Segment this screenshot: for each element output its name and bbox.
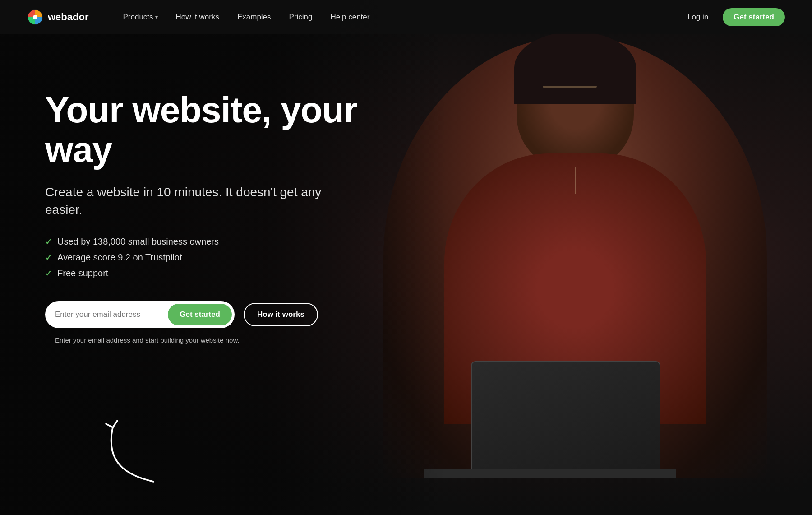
arrow-decoration <box>90 414 171 488</box>
nav-examples[interactable]: Examples <box>230 9 278 25</box>
feature-list: ✓ Used by 138,000 small business owners … <box>45 237 406 278</box>
email-input-wrapper: Get started <box>45 301 235 328</box>
products-dropdown-icon: ▾ <box>155 14 158 20</box>
list-item: ✓ Used by 138,000 small business owners <box>45 237 406 247</box>
hero-content: Your website, your way Create a website … <box>45 90 406 344</box>
check-icon-2: ✓ <box>45 253 52 263</box>
check-icon-1: ✓ <box>45 237 52 247</box>
logo-text: webador <box>48 11 88 23</box>
login-button[interactable]: Log in <box>682 9 714 25</box>
list-item: ✓ Free support <box>45 268 406 278</box>
list-item: ✓ Average score 9.2 on Trustpilot <box>45 252 406 263</box>
nav-get-started-button[interactable]: Get started <box>723 8 785 26</box>
hint-text: Enter your email address and start build… <box>55 336 406 344</box>
nav-links: Products ▾ How it works Examples Pricing… <box>115 9 682 25</box>
check-icon-3: ✓ <box>45 269 52 278</box>
hero-subtitle: Create a website in 10 minutes. It doesn… <box>45 183 352 218</box>
logo-icon <box>27 9 43 25</box>
nav-how-it-works[interactable]: How it works <box>169 9 226 25</box>
cta-row: Get started How it works <box>45 301 406 328</box>
nav-right-actions: Log in Get started <box>682 8 785 26</box>
nav-products[interactable]: Products ▾ <box>115 9 165 25</box>
email-input[interactable] <box>55 310 168 319</box>
navbar: webador Products ▾ How it works Examples… <box>0 0 812 34</box>
hero-title: Your website, your way <box>45 90 406 170</box>
curved-arrow-icon <box>90 414 171 486</box>
nav-pricing[interactable]: Pricing <box>282 9 320 25</box>
svg-point-1 <box>33 15 37 19</box>
nav-help-center[interactable]: Help center <box>323 9 377 25</box>
logo[interactable]: webador <box>27 9 88 25</box>
how-it-works-button[interactable]: How it works <box>244 303 318 326</box>
get-started-button[interactable]: Get started <box>168 304 232 325</box>
hero-section: webador Products ▾ How it works Examples… <box>0 0 812 515</box>
